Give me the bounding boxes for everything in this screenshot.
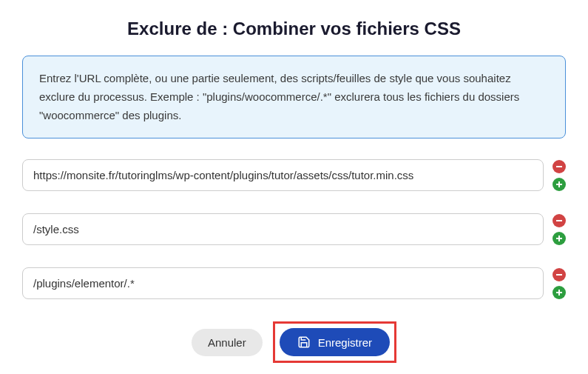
add-row-button[interactable] [552,286,566,299]
save-button-label: Enregistrer [318,336,372,349]
remove-row-button[interactable] [552,268,566,281]
svg-rect-8 [558,290,560,295]
exclude-input-3[interactable] [22,267,544,299]
minus-icon [555,271,563,278]
svg-rect-0 [556,166,562,167]
svg-rect-5 [558,236,560,241]
svg-rect-2 [558,181,560,187]
plus-icon [555,181,563,188]
svg-rect-3 [556,220,562,221]
cancel-button[interactable]: Annuler [192,329,263,356]
plus-icon [555,289,563,296]
exclude-input-1[interactable] [22,159,544,191]
save-button[interactable]: Enregistrer [280,328,390,356]
row-controls [552,268,566,299]
minus-icon [555,163,563,170]
save-highlight-box: Enregistrer [273,321,396,363]
minus-icon [555,217,563,224]
exclude-input-2[interactable] [22,213,544,245]
footer-actions: Annuler Enregistrer [22,321,566,363]
add-row-button[interactable] [552,178,566,191]
row-controls [552,214,566,245]
add-row-button[interactable] [552,232,566,245]
save-icon [297,335,311,349]
info-box: Entrez l'URL complète, ou une partie seu… [22,56,566,138]
remove-row-button[interactable] [552,214,566,227]
exclude-row [22,213,566,245]
row-controls [552,160,566,191]
svg-rect-6 [556,274,562,276]
page-title: Exclure de : Combiner vos fichiers CSS [22,19,566,39]
plus-icon [555,235,563,242]
exclude-row [22,159,566,191]
remove-row-button[interactable] [552,160,566,173]
exclude-row [22,267,566,299]
